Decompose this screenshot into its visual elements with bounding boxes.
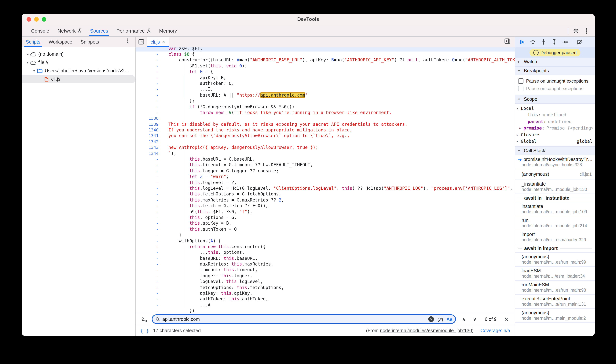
gutter-marker[interactable]: -	[136, 52, 164, 57]
gutter-marker[interactable]: -	[136, 186, 164, 192]
step-out-icon[interactable]	[549, 38, 559, 46]
section-call-stack[interactable]: ▾ Call Stack	[515, 146, 595, 155]
checkbox-pause-on-uncaught-exceptions[interactable]: Pause on uncaught exceptions	[515, 77, 595, 85]
code-line[interactable]: - withOptions(A) {	[136, 238, 515, 244]
code-line[interactable]: - };	[136, 98, 515, 104]
tree-item-users-jinhuilee-nvm-versions-node-v2-[interactable]: ▾Users/jinhuilee/.nvm/versions/node/v2…	[22, 67, 135, 75]
search-query[interactable]: api.anthropic.com	[162, 316, 426, 322]
gutter-marker[interactable]: -	[136, 174, 164, 180]
call-stack-frame[interactable]: (anonymous)cli.js:1	[515, 169, 595, 180]
call-stack-frame[interactable]: executeUserEntryPointnode:internal/m…s/r…	[515, 295, 595, 309]
gutter-marker[interactable]: -	[136, 192, 164, 197]
gutter-marker[interactable]: -	[136, 238, 164, 244]
tree-item--no-domain-[interactable]: ▸(no domain)	[22, 50, 135, 58]
resume-script-icon[interactable]	[517, 38, 527, 46]
gutter-marker[interactable]: 1341	[136, 133, 164, 139]
code-line[interactable]: - this.logger = G.logger ?? console;	[136, 168, 515, 174]
code-line[interactable]: - baseURL: A || "https://api.anthropic.c…	[136, 92, 515, 98]
gutter-marker[interactable]: -	[136, 308, 164, 313]
code-line[interactable]: - return new this.constructor({	[136, 244, 515, 250]
code-line[interactable]: - let Z = "warn";	[136, 174, 515, 180]
code-line[interactable]: - this.logLevel = Hc1(G.logLevel, "Clien…	[136, 186, 515, 192]
settings-gear-icon[interactable]	[571, 27, 580, 35]
kebab-menu-icon[interactable]	[582, 27, 591, 35]
gutter-marker[interactable]: -	[136, 256, 164, 261]
toggle-debugger-sidebar-icon[interactable]	[503, 37, 515, 45]
gutter-marker[interactable]: -	[136, 87, 164, 92]
gutter-marker[interactable]: -	[136, 168, 164, 174]
code-line[interactable]: 1344`);	[136, 151, 515, 156]
section-scope[interactable]: ▾ Scope	[515, 95, 595, 104]
close-search-icon[interactable]: ✕	[502, 316, 511, 322]
code-line[interactable]: - timeout: this.timeout,	[136, 267, 515, 273]
gutter-marker[interactable]: -	[136, 290, 164, 296]
gutter-marker[interactable]: -	[136, 279, 164, 285]
scope-caret-icon[interactable]: ▸	[517, 133, 521, 137]
code-line[interactable]: - this.fetchOptions = G.fetchOptions,	[136, 192, 515, 197]
code-line[interactable]: - logger: this.logger,	[136, 273, 515, 279]
navigator-kebab-menu-icon[interactable]	[123, 37, 135, 45]
code-line[interactable]: - let G = {	[136, 69, 515, 75]
gutter-marker[interactable]: -	[136, 69, 164, 75]
scope-caret-icon[interactable]: ▾	[517, 106, 521, 110]
code-line[interactable]: -class $8 {	[136, 52, 515, 57]
editor-tab-clijs[interactable]: cli.js ×	[147, 37, 169, 47]
tab-console[interactable]: Console	[27, 25, 53, 36]
gutter-marker[interactable]: -	[136, 261, 164, 267]
tree-caret-icon[interactable]: ▾	[25, 61, 30, 65]
call-stack-frame[interactable]: instantiatenode:internal/m…module_job:10…	[515, 202, 595, 216]
regex-toggle[interactable]: (.*)	[437, 317, 443, 321]
scope-item-parent[interactable]: parent:undefined	[515, 118, 595, 125]
gutter-marker[interactable]: -	[136, 226, 164, 232]
code-line[interactable]: - $F1.set(this, void 0);	[136, 63, 515, 69]
gutter-marker[interactable]: -	[136, 110, 164, 116]
code-line[interactable]: - maxRetries: this.maxRetries,	[136, 261, 515, 267]
code-line[interactable]: - ...this._options,	[136, 250, 515, 256]
navigator-tab-scripts[interactable]: Scripts	[22, 37, 44, 47]
code-line[interactable]: 1341you can set the \`dangerouslyAllowBr…	[136, 133, 515, 139]
gutter-marker[interactable]: 1344	[136, 151, 164, 156]
scope-caret-icon[interactable]: ▸	[519, 126, 523, 130]
deactivate-breakpoints-icon[interactable]	[575, 38, 585, 46]
scope-item-promise[interactable]: ▸promise:Promise {<pending>}	[515, 125, 595, 131]
section-breakpoints[interactable]: ▾ Breakpoints	[515, 66, 595, 75]
gutter-marker[interactable]: -	[136, 203, 164, 209]
code-line[interactable]: - this.timeout = G.timeout ?? Lw.DEFAULT…	[136, 162, 515, 168]
code-line[interactable]: - fetchOptions: this.fetchOptions,	[136, 285, 515, 290]
previous-match-icon[interactable]: ∧	[462, 316, 466, 322]
gutter-marker[interactable]: -	[136, 81, 164, 87]
call-stack-frame[interactable]: (anonymous)node:internal/m…main_module:2	[515, 309, 595, 323]
scope-item-global[interactable]: ▸Globalglobal	[515, 138, 595, 145]
gutter-marker[interactable]: -	[136, 221, 164, 226]
toggle-navigator-icon[interactable]	[136, 37, 147, 47]
gutter-marker[interactable]: -	[136, 104, 164, 110]
call-stack-frame[interactable]: runnode:internal/m…module_job:214	[515, 216, 595, 230]
code-line[interactable]: - throw new L9(`It looks like you're run…	[136, 110, 515, 116]
match-case-toggle[interactable]: Aa	[447, 316, 452, 322]
code-line[interactable]: - apiKey: B,	[136, 75, 515, 81]
code-line[interactable]: - ...A	[136, 302, 515, 308]
step-over-icon[interactable]	[528, 38, 538, 46]
code-line[interactable]: - baseURL: this.baseURL,	[136, 256, 515, 261]
gutter-marker[interactable]: -	[136, 273, 164, 279]
gutter-marker[interactable]: -	[136, 285, 164, 290]
gutter-marker[interactable]: -	[136, 75, 164, 81]
gutter-marker[interactable]	[136, 47, 164, 52]
step-into-icon[interactable]	[539, 38, 548, 46]
section-watch[interactable]: ▸ Watch	[515, 58, 595, 66]
source-code-viewer[interactable]: var Xs0, $F1,-class $8 {- constructor({b…	[136, 47, 515, 313]
checkbox-icon[interactable]	[518, 78, 523, 84]
gutter-marker[interactable]: -	[136, 98, 164, 104]
gutter-marker[interactable]: -	[136, 92, 164, 98]
pretty-print-icon[interactable]: { }	[140, 328, 149, 334]
gutter-marker[interactable]: -	[136, 180, 164, 186]
code-line[interactable]: - constructor({baseURL: A=ao("ANTHROPIC_…	[136, 57, 515, 63]
scope-item-this[interactable]: this:undefined	[515, 112, 595, 118]
code-line[interactable]: - this.maxRetries = G.maxRetries ?? 2,	[136, 197, 515, 203]
code-line[interactable]: - o9(this, $F1, Xs0, "f"),	[136, 209, 515, 215]
code-line[interactable]: - authToken: this.authToken,	[136, 296, 515, 302]
code-line[interactable]: 1340If you understand the risks and have…	[136, 127, 515, 133]
gutter-marker[interactable]: -	[136, 250, 164, 256]
gutter-marker[interactable]: -	[136, 156, 164, 162]
gutter-marker[interactable]: -	[136, 197, 164, 203]
